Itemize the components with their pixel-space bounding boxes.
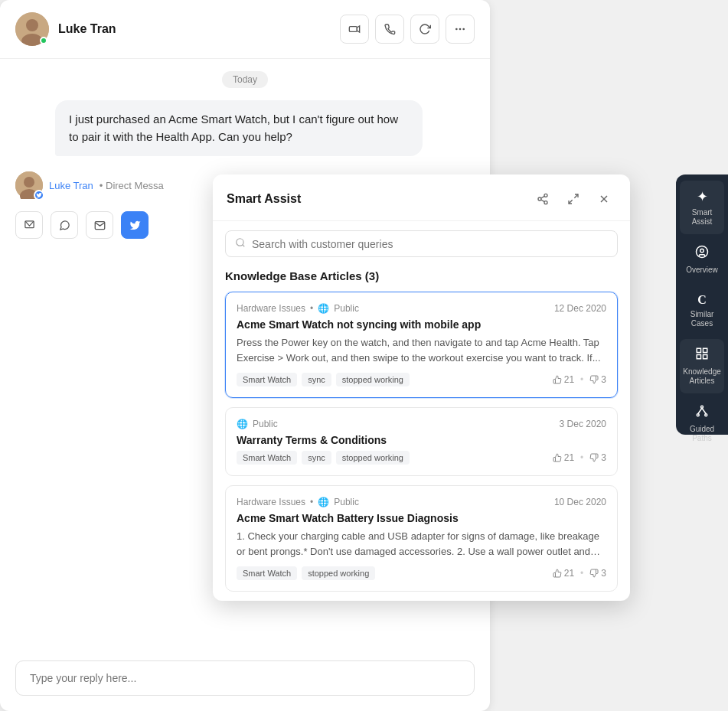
article-footer: Smart Watch sync stopped working 21 • 3 [237, 373, 606, 386]
sidebar-item-label: SimilarCases [690, 310, 714, 328]
expand-button[interactable] [561, 187, 586, 211]
search-input[interactable] [252, 238, 608, 250]
downvote-count: 3 [601, 568, 606, 579]
article-category: Hardware Issues [237, 303, 305, 314]
twitter-icon [36, 192, 42, 198]
twitter-icon-btn[interactable] [121, 211, 149, 239]
reply-input[interactable] [15, 660, 475, 696]
vote-row: 21 • 3 [553, 452, 606, 463]
modal-header: Smart Assist [213, 174, 630, 221]
avatar [15, 12, 49, 46]
tag: Smart Watch [237, 451, 297, 465]
svg-point-30 [697, 414, 699, 416]
upvote-item: 21 [553, 452, 574, 463]
svg-line-22 [243, 245, 245, 247]
vote-row: 21 • 3 [553, 568, 606, 579]
online-indicator [40, 37, 47, 44]
vote-separator: • [580, 374, 583, 385]
smart-assist-modal: Smart Assist Knowledge Base Articles (3)… [213, 174, 630, 601]
reply-input-area [15, 660, 475, 696]
svg-point-29 [701, 406, 704, 408]
article-excerpt: Press the Power key on the watch, and th… [237, 335, 606, 365]
chat-header: Luke Tran [0, 0, 490, 59]
header-actions [340, 15, 475, 44]
article-card[interactable]: 🌐 Public 3 Dec 2020 Warranty Terms & Con… [225, 407, 618, 476]
svg-line-17 [574, 194, 578, 198]
similar-cases-icon: C [697, 293, 707, 307]
article-meta-left: Hardware Issues • 🌐 Public [237, 303, 359, 314]
whatsapp-icon-btn[interactable] [51, 211, 78, 239]
phone-call-button[interactable] [375, 15, 404, 44]
article-card[interactable]: Hardware Issues • 🌐 Public 12 Dec 2020 A… [225, 292, 618, 398]
smart-assist-icon: ✦ [697, 188, 708, 205]
sidebar-item-label: GuidedPaths [690, 425, 714, 443]
sidebar-item-label: SmartAssist [692, 208, 713, 227]
svg-rect-3 [349, 27, 357, 32]
sidebar-item-overview[interactable]: Overview [680, 237, 724, 282]
tag: stopped working [336, 373, 410, 386]
more-button[interactable] [446, 15, 475, 44]
tag: stopped working [336, 451, 410, 465]
video-call-button[interactable] [340, 15, 369, 44]
upvote-count: 21 [564, 452, 574, 463]
globe-icon: 🌐 [318, 497, 329, 507]
search-wrap [225, 230, 618, 257]
right-sidebar: ✦ SmartAssist Overview C SimilarCases Kn… [676, 174, 728, 435]
refresh-button[interactable] [410, 15, 439, 44]
message-bubble: I just purchased an Acme Smart Watch, bu… [55, 100, 423, 156]
article-title: Warranty Terms & Conditions [237, 434, 606, 446]
svg-line-15 [541, 200, 545, 202]
svg-rect-27 [704, 355, 707, 359]
share-button[interactable] [530, 187, 555, 211]
close-button[interactable] [592, 187, 616, 211]
sidebar-item-knowledge-articles[interactable]: KnowledgeArticles [680, 339, 724, 393]
sidebar-item-smart-assist[interactable]: ✦ SmartAssist [680, 181, 724, 234]
article-title: Acme Smart Watch not syncing with mobile… [237, 318, 606, 331]
user-name-link[interactable]: Luke Tran [49, 180, 93, 191]
tag: sync [302, 451, 331, 465]
globe-icon: 🌐 [318, 303, 329, 314]
article-visibility: Public [253, 419, 278, 429]
article-date: 3 Dec 2020 [560, 419, 606, 429]
svg-point-12 [544, 194, 547, 197]
sidebar-item-guided-paths[interactable]: GuidedPaths [680, 396, 724, 451]
article-visibility: Public [334, 303, 359, 314]
article-visibility: Public [334, 497, 359, 507]
article-footer: Smart Watch stopped working 21 • 3 [237, 566, 606, 580]
article-footer: Smart Watch sync stopped working 21 • 3 [237, 451, 606, 465]
svg-point-6 [459, 28, 462, 31]
upvote-count: 21 [564, 568, 574, 579]
contact-name: Luke Tran [58, 22, 331, 36]
article-excerpt: 1. Check your charging cable and USB ada… [237, 529, 606, 559]
article-meta-row: Hardware Issues • 🌐 Public 12 Dec 2020 [237, 303, 606, 314]
svg-point-9 [24, 177, 34, 188]
article-title: Acme Smart Watch Battery Issue Diagnosis [237, 512, 606, 524]
guided-paths-icon [695, 404, 709, 422]
article-meta-row: 🌐 Public 3 Dec 2020 [237, 419, 606, 429]
email-icon-btn[interactable] [86, 211, 113, 239]
svg-point-31 [705, 414, 707, 416]
modal-title: Smart Assist [227, 192, 524, 206]
article-date: 10 Dec 2020 [554, 497, 606, 507]
date-divider: Today [0, 59, 490, 100]
globe-icon: 🌐 [237, 419, 248, 429]
date-label: Today [222, 71, 268, 88]
vote-row: 21 • 3 [553, 374, 606, 385]
vote-separator: • [580, 568, 583, 579]
tags-row: Smart Watch stopped working [237, 566, 375, 580]
tags-row: Smart Watch sync stopped working [237, 451, 410, 465]
dot-sep: • [310, 497, 313, 507]
sidebar-item-label: KnowledgeArticles [683, 367, 720, 386]
article-category: Hardware Issues [237, 497, 305, 507]
svg-rect-25 [697, 348, 700, 352]
article-card[interactable]: Hardware Issues • 🌐 Public 10 Dec 2020 A… [225, 485, 618, 592]
sidebar-item-similar-cases[interactable]: C SimilarCases [680, 285, 724, 336]
upvote-count: 21 [564, 374, 574, 385]
overview-icon [695, 245, 709, 263]
tag: stopped working [302, 566, 375, 580]
svg-rect-26 [704, 348, 707, 352]
message-icon-btn[interactable] [15, 211, 43, 239]
article-date: 12 Dec 2020 [554, 303, 606, 314]
articles-list: Hardware Issues • 🌐 Public 12 Dec 2020 A… [213, 292, 630, 601]
svg-marker-4 [357, 26, 359, 32]
